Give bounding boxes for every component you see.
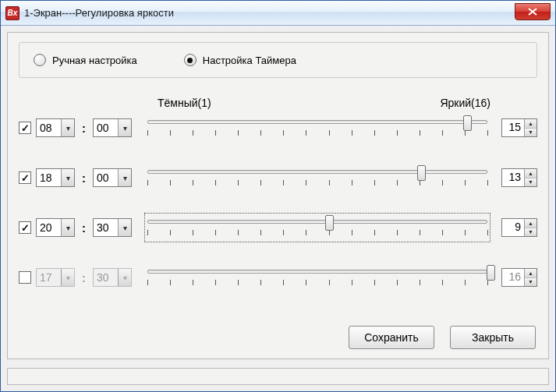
minute-select[interactable]: 30 [93, 268, 132, 287]
combo-value: 30 [94, 271, 118, 284]
minute-select[interactable]: 00 [93, 168, 132, 187]
brightness-slider[interactable] [144, 263, 490, 292]
schedule-row: 17:3016▲▼ [19, 262, 537, 293]
enable-checkbox[interactable] [19, 271, 31, 284]
chevron-down-icon[interactable] [61, 219, 74, 236]
slider-ticks [147, 230, 487, 236]
slider-track [147, 220, 487, 224]
brightness-spinner[interactable]: 15▲▼ [501, 118, 537, 137]
titlebar[interactable]: Bx 1-Экран----Регулировка яркости [1, 1, 555, 26]
hour-select[interactable]: 20 [36, 218, 75, 237]
chevron-down-icon[interactable] [118, 269, 131, 286]
combo-value: 00 [94, 171, 118, 184]
radio-timer-label: Настройка Таймера [203, 55, 296, 66]
spinner-up[interactable]: ▲ [525, 169, 537, 178]
brightness-value: 15 [502, 119, 524, 136]
brightness-spinner[interactable]: 13▲▼ [501, 168, 537, 187]
enable-checkbox[interactable] [19, 171, 31, 184]
radio-icon [34, 54, 46, 66]
app-icon: Bx [5, 6, 19, 20]
close-button-label: Закрыть [472, 331, 514, 344]
radio-manual[interactable]: Ручная настройка [34, 54, 137, 66]
chevron-down-icon[interactable] [118, 119, 131, 136]
radio-icon [184, 54, 197, 66]
slider-track [147, 120, 487, 124]
bright-label: Яркий(16) [440, 97, 490, 109]
chevron-down-icon[interactable] [61, 169, 74, 186]
slider-labels: Тёмный(1) Яркий(16) [158, 97, 490, 109]
combo-value: 20 [37, 221, 61, 234]
brightness-value: 9 [502, 219, 524, 236]
spinner-up[interactable]: ▲ [525, 119, 537, 129]
spinner-down[interactable]: ▼ [525, 278, 537, 287]
spinner-down[interactable]: ▼ [525, 228, 537, 237]
window-title: 1-Экран----Регулировка яркости [24, 7, 174, 19]
combo-value: 17 [37, 271, 61, 284]
brightness-value: 16 [502, 269, 524, 286]
spinner-up[interactable]: ▲ [525, 219, 537, 228]
save-button[interactable]: Сохранить [349, 326, 434, 349]
spinner-up[interactable]: ▲ [525, 269, 537, 278]
mode-group: Ручная настройка Настройка Таймера [19, 42, 537, 78]
chevron-down-icon[interactable] [118, 169, 131, 186]
enable-checkbox[interactable] [19, 122, 31, 134]
spinner-down[interactable]: ▼ [525, 178, 537, 187]
slider-thumb[interactable] [417, 165, 426, 181]
minute-select[interactable]: 00 [93, 118, 132, 137]
slider-thumb[interactable] [487, 265, 495, 281]
hour-select[interactable]: 08 [36, 118, 75, 137]
window: Bx 1-Экран----Регулировка яркости Ручная… [0, 0, 556, 392]
radio-manual-label: Ручная настройка [52, 55, 137, 66]
slider-thumb[interactable] [325, 215, 334, 231]
button-row: Сохранить Закрыть [349, 326, 536, 349]
close-icon[interactable] [515, 3, 551, 20]
brightness-spinner[interactable]: 9▲▼ [501, 218, 537, 237]
brightness-slider[interactable] [144, 213, 490, 242]
combo-value: 30 [94, 221, 118, 234]
brightness-spinner[interactable]: 16▲▼ [501, 268, 537, 287]
schedule-row: 18:0013▲▼ [19, 162, 537, 193]
save-button-label: Сохранить [364, 331, 419, 344]
chevron-down-icon[interactable] [118, 219, 131, 236]
slider-track [147, 270, 487, 274]
schedule-row: 20:309▲▼ [19, 212, 537, 243]
time-colon: : [80, 271, 88, 284]
chevron-down-icon[interactable] [61, 269, 74, 286]
schedule-rows: 08:0015▲▼18:0013▲▼20:309▲▼17:3016▲▼ [19, 112, 537, 293]
time-colon: : [80, 122, 88, 135]
brightness-slider[interactable] [144, 113, 490, 143]
status-bar [7, 368, 549, 385]
minute-select[interactable]: 30 [93, 218, 132, 237]
hour-select[interactable]: 17 [36, 268, 75, 287]
slider-ticks [147, 130, 487, 136]
brightness-value: 13 [502, 169, 524, 186]
schedule-row: 08:0015▲▼ [19, 112, 537, 143]
slider-ticks [147, 280, 487, 286]
slider-track [147, 170, 487, 174]
enable-checkbox[interactable] [19, 221, 31, 234]
client-area: Ручная настройка Настройка Таймера Тёмны… [1, 26, 555, 391]
dark-label: Тёмный(1) [158, 97, 211, 109]
brightness-slider[interactable] [144, 163, 490, 192]
slider-thumb[interactable] [463, 115, 472, 131]
combo-value: 08 [37, 122, 61, 134]
main-frame: Ручная настройка Настройка Таймера Тёмны… [7, 32, 549, 359]
time-colon: : [80, 221, 88, 235]
combo-value: 18 [37, 171, 61, 184]
radio-timer[interactable]: Настройка Таймера [184, 54, 296, 66]
hour-select[interactable]: 18 [36, 168, 75, 187]
slider-ticks [147, 180, 487, 186]
spinner-down[interactable]: ▼ [525, 129, 537, 137]
close-button[interactable]: Закрыть [450, 326, 536, 349]
combo-value: 00 [94, 122, 118, 134]
chevron-down-icon[interactable] [61, 119, 74, 136]
time-colon: : [80, 171, 88, 185]
